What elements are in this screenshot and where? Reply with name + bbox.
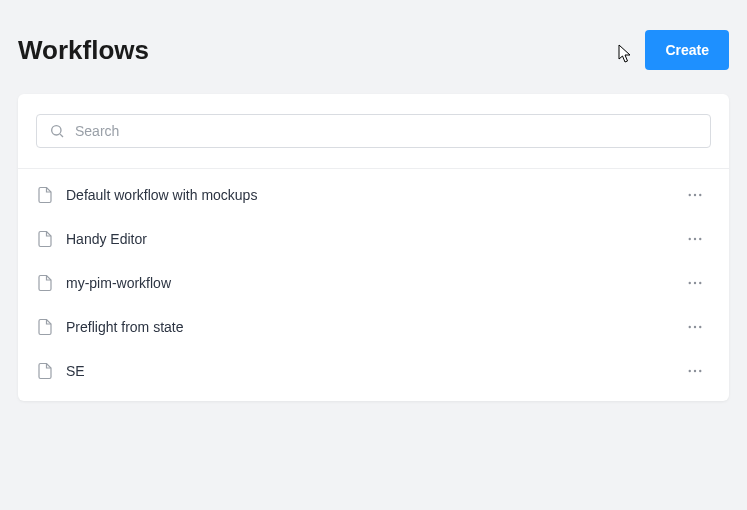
list-item[interactable]: SE bbox=[18, 349, 729, 393]
svg-point-11 bbox=[689, 326, 691, 328]
more-icon[interactable] bbox=[683, 227, 707, 251]
svg-point-14 bbox=[689, 370, 691, 372]
svg-point-7 bbox=[699, 238, 701, 240]
svg-point-16 bbox=[699, 370, 701, 372]
svg-point-0 bbox=[52, 126, 61, 135]
svg-point-3 bbox=[694, 194, 696, 196]
more-icon[interactable] bbox=[683, 315, 707, 339]
create-button[interactable]: Create bbox=[645, 30, 729, 70]
svg-point-2 bbox=[689, 194, 691, 196]
list-item-label: Default workflow with mockups bbox=[66, 187, 671, 203]
svg-point-10 bbox=[699, 282, 701, 284]
list-item[interactable]: my-pim-workflow bbox=[18, 261, 729, 305]
file-icon bbox=[36, 186, 54, 204]
svg-point-4 bbox=[699, 194, 701, 196]
list-item[interactable]: Preflight from state bbox=[18, 305, 729, 349]
search-input[interactable] bbox=[75, 123, 698, 139]
svg-point-12 bbox=[694, 326, 696, 328]
workflow-card: Default workflow with mockups Handy Edit… bbox=[18, 94, 729, 401]
svg-point-15 bbox=[694, 370, 696, 372]
list-item-label: Handy Editor bbox=[66, 231, 671, 247]
svg-line-1 bbox=[60, 134, 63, 137]
svg-point-6 bbox=[694, 238, 696, 240]
file-icon bbox=[36, 230, 54, 248]
page-title: Workflows bbox=[18, 35, 149, 66]
svg-point-8 bbox=[689, 282, 691, 284]
list-item-label: Preflight from state bbox=[66, 319, 671, 335]
file-icon bbox=[36, 274, 54, 292]
search-box[interactable] bbox=[36, 114, 711, 148]
search-container bbox=[18, 94, 729, 169]
file-icon bbox=[36, 362, 54, 380]
workflow-list: Default workflow with mockups Handy Edit… bbox=[18, 169, 729, 401]
svg-point-5 bbox=[689, 238, 691, 240]
more-icon[interactable] bbox=[683, 183, 707, 207]
list-item[interactable]: Default workflow with mockups bbox=[18, 173, 729, 217]
svg-point-13 bbox=[699, 326, 701, 328]
header: Workflows Create bbox=[18, 30, 729, 70]
list-item-label: my-pim-workflow bbox=[66, 275, 671, 291]
search-icon bbox=[49, 123, 65, 139]
more-icon[interactable] bbox=[683, 271, 707, 295]
svg-point-9 bbox=[694, 282, 696, 284]
list-item-label: SE bbox=[66, 363, 671, 379]
file-icon bbox=[36, 318, 54, 336]
more-icon[interactable] bbox=[683, 359, 707, 383]
list-item[interactable]: Handy Editor bbox=[18, 217, 729, 261]
